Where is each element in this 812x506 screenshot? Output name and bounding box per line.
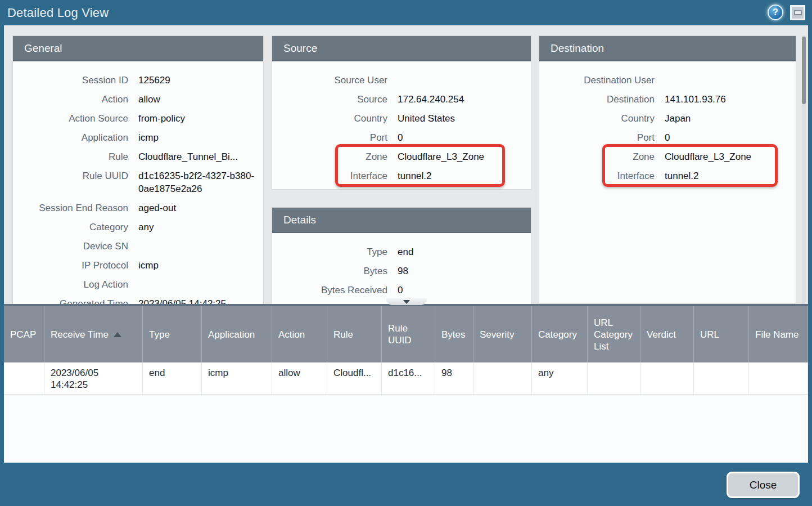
general-panel-header: General (13, 36, 263, 61)
field-bytes: Bytes98 (272, 261, 531, 280)
details-panel-header: Details (272, 208, 531, 233)
field-source-port: Port0 (272, 128, 531, 147)
dialog-title: Detailed Log View (7, 6, 109, 20)
cell-type: end (143, 362, 202, 394)
log-table-header: PCAP Receive Time Type Application Actio… (4, 306, 808, 362)
column-header-url[interactable]: URL (694, 306, 749, 362)
general-panel: General Session ID125629 Actionallow Act… (12, 35, 264, 304)
column-header-verdict[interactable]: Verdict (640, 306, 694, 362)
sort-ascending-icon (114, 332, 121, 337)
field-source-zone: ZoneCloudflare_L3_Zone (272, 147, 531, 166)
close-button[interactable]: Close (727, 472, 800, 498)
field-destination-country: CountryJapan (539, 109, 796, 128)
window-icon-inner (794, 10, 802, 15)
cell-verdict (640, 362, 694, 394)
field-category: Categoryany (13, 217, 263, 236)
cell-category: any (532, 362, 588, 394)
field-destination-zone: ZoneCloudflare_L3_Zone (539, 147, 796, 166)
details-panel-body: Typeend Bytes98 Bytes Received0 (272, 233, 531, 299)
column-header-type[interactable]: Type (143, 306, 202, 362)
cell-file-name (749, 362, 808, 394)
cell-receive-time: 2023/06/05 14:42:25 (44, 362, 143, 394)
cell-bytes: 98 (435, 362, 473, 394)
field-source-user: Source User (272, 70, 531, 89)
details-panel: Details Typeend Bytes98 Bytes Received0 (272, 207, 531, 304)
window-icon[interactable] (790, 5, 805, 20)
column-header-rule-uuid[interactable]: Rule UUID (382, 306, 435, 362)
field-type: Typeend (272, 242, 531, 261)
cell-url (694, 362, 749, 394)
titlebar-icons: ? (768, 5, 805, 20)
general-panel-body: Session ID125629 Actionallow Action Sour… (13, 61, 263, 304)
cell-action: allow (272, 362, 327, 394)
column-header-receive-time[interactable]: Receive Time (44, 306, 143, 362)
scrollbar-thumb[interactable] (802, 37, 806, 104)
log-table: PCAP Receive Time Type Application Actio… (4, 304, 808, 463)
cell-url-category-list (588, 362, 640, 394)
destination-zone-interface-group: ZoneCloudflare_L3_Zone Interfacetunnel.2 (539, 147, 796, 185)
column-header-url-category-list[interactable]: URL Category List (588, 306, 640, 362)
field-generated-time: Generated Time2023/06/05 14:42:25 (13, 294, 263, 304)
cell-application: icmp (202, 362, 272, 394)
field-session-id: Session ID125629 (13, 70, 263, 89)
field-log-action: Log Action (13, 275, 263, 294)
field-ip-protocol: IP Protocolicmp (13, 256, 263, 275)
cell-severity (473, 362, 532, 394)
field-application: Applicationicmp (13, 128, 263, 147)
vertical-scrollbar[interactable] (802, 35, 806, 304)
dialog-content: General Session ID125629 Actionallow Act… (4, 25, 808, 304)
column-header-severity[interactable]: Severity (473, 306, 532, 362)
column-header-file-name[interactable]: File Name (749, 306, 808, 362)
source-panel-header: Source (272, 36, 531, 61)
field-rule: RuleCloudflare_Tunnel_Bi... (13, 147, 263, 166)
field-destination-user: Destination User (539, 70, 796, 89)
destination-panel-body: Destination User Destination141.101.93.7… (539, 61, 796, 185)
destination-panel: Destination Destination User Destination… (539, 35, 796, 304)
column-header-action[interactable]: Action (272, 306, 327, 362)
field-session-end-reason: Session End Reasonaged-out (13, 198, 263, 217)
help-icon[interactable]: ? (768, 5, 783, 20)
field-device-sn: Device SN (13, 236, 263, 256)
cell-pcap (4, 362, 44, 394)
log-table-row[interactable]: 2023/06/05 14:42:25 end icmp allow Cloud… (4, 362, 808, 395)
cell-rule: Cloudfl... (327, 362, 382, 394)
source-zone-interface-group: ZoneCloudflare_L3_Zone Interfacetunnel.2 (272, 147, 531, 185)
chevron-down-icon (403, 300, 410, 304)
column-header-application[interactable]: Application (202, 306, 272, 362)
field-destination: Destination141.101.93.76 (539, 89, 796, 109)
dialog-titlebar: Detailed Log View ? (0, 0, 812, 25)
source-panel: Source Source User Source172.64.240.254 … (272, 35, 531, 190)
field-destination-interface: Interfacetunnel.2 (539, 166, 796, 185)
field-source-country: CountryUnited States (272, 109, 531, 128)
field-bytes-received: Bytes Received0 (272, 280, 531, 299)
column-header-category[interactable]: Category (532, 306, 588, 362)
field-action: Actionallow (13, 89, 263, 109)
source-panel-body: Source User Source172.64.240.254 Country… (272, 61, 531, 185)
column-header-bytes[interactable]: Bytes (435, 306, 473, 362)
field-action-source: Action Sourcefrom-policy (13, 109, 263, 128)
destination-panel-header: Destination (539, 36, 796, 61)
field-destination-port: Port0 (539, 128, 796, 147)
splitter-handle[interactable] (386, 298, 427, 305)
column-header-rule[interactable]: Rule (327, 306, 382, 362)
field-source: Source172.64.240.254 (272, 89, 531, 109)
field-rule-uuid: Rule UUIDd1c16235-b2f2-4327-b380-0ae1875… (13, 166, 263, 198)
column-header-pcap[interactable]: PCAP (4, 306, 44, 362)
cell-rule-uuid: d1c16... (382, 362, 435, 394)
field-source-interface: Interfacetunnel.2 (272, 166, 531, 185)
